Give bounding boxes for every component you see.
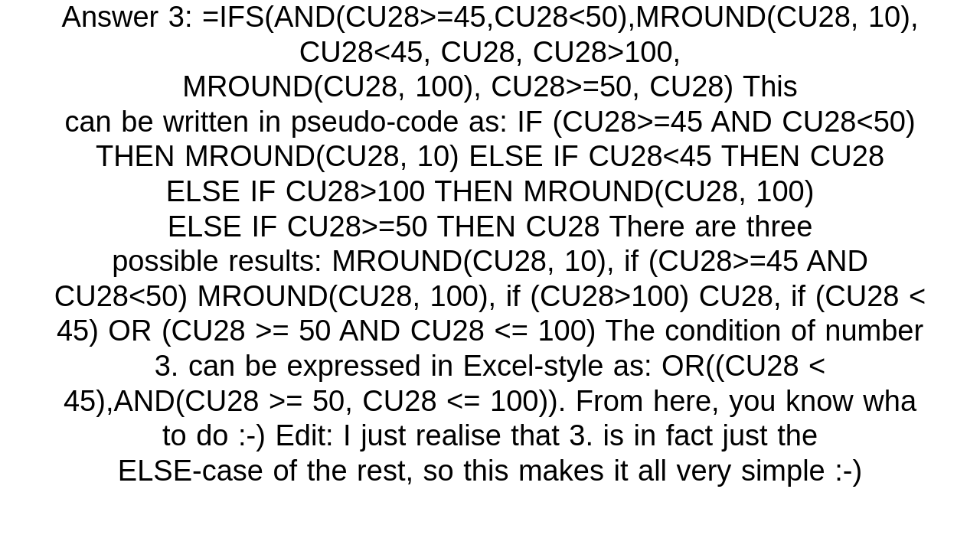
line-1: Answer 3: =IFS(AND(CU28>=45,CU28<50),MRO…: [62, 1, 919, 33]
line-7: ELSE IF CU28>=50 THEN CU28 There are thr…: [168, 210, 813, 243]
line-2: CU28<45, CU28, CU28>100,: [299, 36, 681, 68]
line-6: ELSE IF CU28>100 THEN MROUND(CU28, 100): [166, 175, 815, 207]
line-12: 45),AND(CU28 >= 50, CU28 <= 100)). From …: [64, 385, 916, 417]
line-4: can be written in pseudo-code as: IF (CU…: [64, 106, 915, 138]
line-14: ELSE-case of the rest, so this makes it …: [118, 455, 862, 487]
line-3: MROUND(CU28, 100), CU28>=50, CU28) This: [182, 70, 797, 103]
line-9: CU28<50) MROUND(CU28, 100), if (CU28>100…: [54, 280, 926, 312]
line-8: possible results: MROUND(CU28, 10), if (…: [112, 245, 868, 277]
line-11: 3. can be expressed in Excel-style as: O…: [155, 350, 826, 382]
main-content: Answer 3: =IFS(AND(CU28>=45,CU28<50),MRO…: [0, 0, 980, 551]
line-5: THEN MROUND(CU28, 10) ELSE IF CU28<45 TH…: [96, 140, 884, 172]
line-13: to do :-) Edit: I just realise that 3. i…: [162, 419, 818, 452]
line-10: 45) OR (CU28 >= 50 AND CU28 <= 100) The …: [57, 315, 923, 347]
formula-text: Answer 3: =IFS(AND(CU28>=45,CU28<50),MRO…: [0, 0, 980, 488]
